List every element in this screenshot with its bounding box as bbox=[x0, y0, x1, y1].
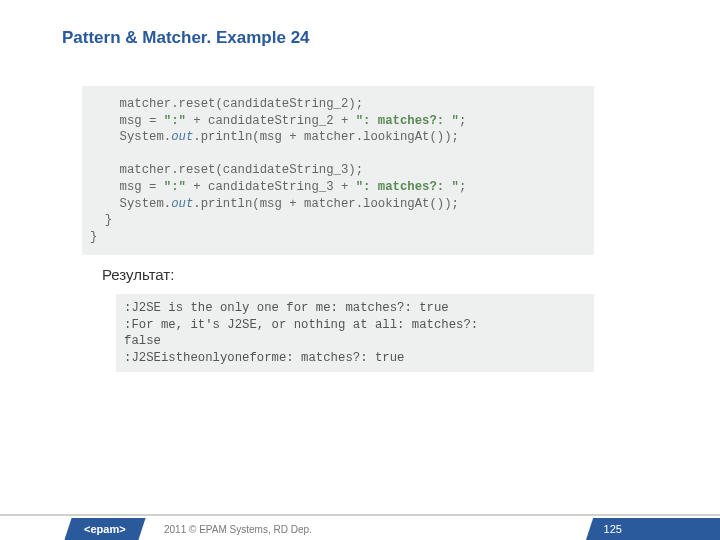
code-line: matcher.reset(candidateString_2); bbox=[90, 97, 363, 111]
code-block-source: matcher.reset(candidateString_2); msg = … bbox=[82, 86, 594, 255]
code-line: } bbox=[90, 230, 97, 244]
result-label: Результат: bbox=[102, 266, 174, 283]
footer-copyright: 2011 © EPAM Systems, RD Dep. bbox=[164, 524, 312, 535]
output-line: :J2SE is the only one for me: matches?: … bbox=[124, 301, 449, 315]
epam-logo: <epam> bbox=[64, 518, 145, 540]
slide-title: Pattern & Matcher. Example 24 bbox=[62, 28, 310, 48]
footer: <epam> 2011 © EPAM Systems, RD Dep. 125 bbox=[0, 516, 720, 540]
code-line: System.out.println(msg + matcher.looking… bbox=[90, 130, 459, 144]
output-line: false bbox=[124, 334, 161, 348]
output-line: :For me, it's J2SE, or nothing at all: m… bbox=[124, 318, 478, 332]
code-line: } bbox=[90, 213, 112, 227]
code-line: msg = ":" + candidateString_3 + ": match… bbox=[90, 180, 466, 194]
code-line: matcher.reset(candidateString_3); bbox=[90, 163, 363, 177]
output-line: :J2SEistheonlyoneforme: matches?: true bbox=[124, 351, 404, 365]
code-line: msg = ":" + candidateString_2 + ": match… bbox=[90, 114, 466, 128]
footer-page-number: 125 bbox=[586, 518, 720, 540]
slide: Pattern & Matcher. Example 24 matcher.re… bbox=[0, 0, 720, 540]
code-line: System.out.println(msg + matcher.looking… bbox=[90, 197, 459, 211]
code-block-output: :J2SE is the only one for me: matches?: … bbox=[116, 294, 594, 372]
